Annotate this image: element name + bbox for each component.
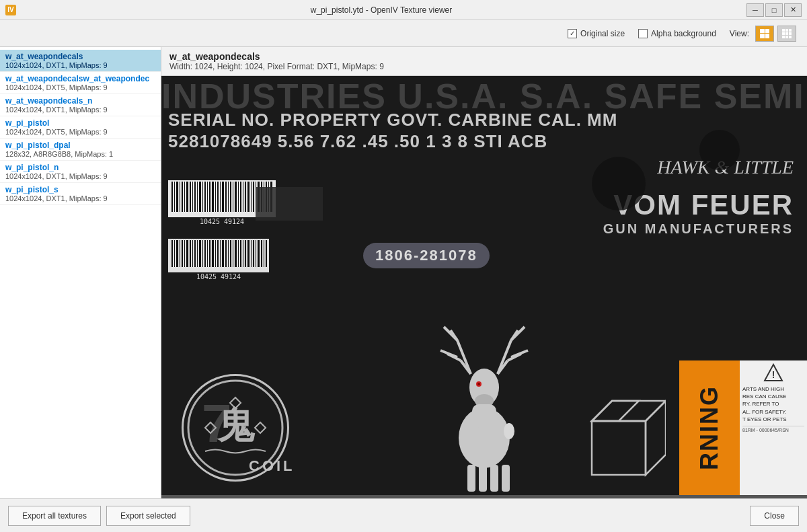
- svg-rect-69: [238, 240, 239, 267]
- svg-rect-110: [592, 421, 646, 475]
- texture-name: w_at_weapondecals: [169, 51, 799, 62]
- svg-rect-70: [240, 240, 241, 267]
- svg-rect-7: [186, 182, 188, 212]
- svg-rect-12: [199, 182, 201, 212]
- svg-rect-1: [171, 182, 173, 212]
- original-size-option[interactable]: Original size: [568, 29, 625, 38]
- title-bar: IV w_pi_pistol.ytd - OpenIV Texture view…: [0, 0, 807, 20]
- svg-marker-83: [205, 422, 216, 433]
- svg-rect-54: [199, 240, 201, 267]
- tex-industries-text: INDUSTRIES U.S.A. S.A. SAFE SEMI FULL: [161, 76, 807, 116]
- svg-rect-52: [194, 240, 196, 267]
- svg-rect-45: [176, 240, 178, 267]
- svg-point-109: [504, 423, 514, 439]
- svg-rect-104: [472, 404, 496, 428]
- svg-rect-49: [186, 240, 188, 267]
- svg-rect-60: [215, 240, 216, 267]
- svg-rect-78: [261, 240, 262, 267]
- svg-rect-28: [240, 182, 241, 212]
- svg-rect-79: [264, 240, 264, 267]
- svg-rect-2: [174, 182, 175, 212]
- svg-rect-16: [209, 182, 210, 212]
- svg-rect-14: [204, 182, 206, 212]
- original-size-checkbox[interactable]: [568, 29, 577, 38]
- svg-rect-11: [197, 182, 198, 212]
- alpha-background-option[interactable]: Alpha background: [638, 29, 716, 38]
- sidebar-item-5[interactable]: w_pi_pistol_n1024x1024, DXT1, MipMaps: 9: [0, 161, 161, 183]
- svg-rect-32: [251, 182, 252, 212]
- view-list-button[interactable]: [777, 26, 796, 42]
- svg-rect-62: [220, 240, 221, 267]
- view-label: View:: [730, 29, 749, 38]
- export-all-button[interactable]: Export all textures: [8, 506, 101, 526]
- sidebar-item-3[interactable]: w_pi_pistol1024x1024, DXT5, MipMaps: 9: [0, 116, 161, 139]
- svg-rect-21: [222, 182, 224, 212]
- svg-rect-6: [184, 182, 185, 212]
- svg-rect-66: [230, 240, 231, 267]
- svg-line-93: [498, 340, 511, 374]
- svg-rect-58: [209, 240, 210, 267]
- texture-canvas: INDUSTRIES U.S.A. S.A. SAFE SEMI FULL SE…: [161, 76, 807, 495]
- warning-orange-panel: RNING: [679, 360, 740, 495]
- texture-image: INDUSTRIES U.S.A. S.A. SAFE SEMI FULL SE…: [161, 76, 807, 495]
- svg-rect-30: [245, 182, 246, 212]
- svg-rect-8: [190, 182, 191, 212]
- svg-rect-61: [217, 240, 219, 267]
- warning-orange-text: RNING: [695, 385, 724, 470]
- svg-rect-25: [233, 182, 233, 212]
- original-size-label: Original size: [580, 29, 625, 38]
- tex-numbers-text: 5281078649 5.56 7.62 .45 .50 1 3 8 STI A…: [168, 131, 547, 152]
- tex-serial-num-badge: 1806-281078: [363, 243, 490, 268]
- sidebar-item-0[interactable]: w_at_weapondecals1024x1024, DXT1, MipMap…: [0, 50, 161, 72]
- warning-label: RNING ! ARTS AND HIGH RES CAN CAUSE: [679, 360, 807, 495]
- svg-rect-27: [238, 182, 239, 212]
- svg-rect-80: [266, 240, 267, 267]
- sidebar-item-4[interactable]: w_pi_pistol_dpal128x32, A8R8G8B8, MipMap…: [0, 139, 161, 161]
- svg-rect-4: [180, 182, 180, 212]
- svg-rect-43: [171, 240, 173, 267]
- maximize-button[interactable]: □: [765, 3, 783, 17]
- svg-line-87: [457, 340, 471, 374]
- svg-rect-53: [197, 240, 198, 267]
- svg-rect-9: [192, 182, 193, 212]
- svg-rect-26: [235, 182, 237, 212]
- svg-rect-77: [258, 240, 260, 267]
- sidebar-item-6[interactable]: w_pi_pistol_s1024x1024, DXT1, MipMaps: 9: [0, 183, 161, 205]
- svg-rect-23: [228, 182, 229, 212]
- sidebar-item-1[interactable]: w_at_weapondecalsw_at_weapondec1024x1024…: [0, 72, 161, 94]
- svg-rect-63: [222, 240, 224, 267]
- svg-text:!: !: [772, 369, 775, 380]
- svg-rect-44: [174, 240, 175, 267]
- svg-rect-71: [243, 240, 243, 267]
- svg-rect-73: [247, 240, 249, 267]
- texture-list-sidebar: w_at_weapondecals1024x1024, DXT1, MipMap…: [0, 47, 161, 498]
- alpha-background-checkbox[interactable]: [638, 29, 648, 38]
- sidebar-item-2[interactable]: w_at_weapondecals_n1024x1024, DXT1, MipM…: [0, 94, 161, 116]
- svg-rect-106: [479, 465, 487, 492]
- coil-emblem: 鬼: [182, 374, 289, 482]
- svg-rect-59: [212, 240, 214, 267]
- barcode-overlay: [256, 187, 323, 221]
- hole-1: [592, 157, 646, 211]
- svg-rect-55: [202, 240, 203, 267]
- hole-2: [699, 130, 740, 170]
- svg-rect-48: [184, 240, 185, 267]
- svg-rect-29: [243, 182, 243, 212]
- close-window-button[interactable]: ✕: [784, 3, 802, 17]
- svg-rect-13: [202, 182, 203, 212]
- svg-rect-10: [194, 182, 196, 212]
- svg-rect-22: [225, 182, 227, 212]
- close-button[interactable]: Close: [750, 506, 799, 526]
- view-grid-button[interactable]: [755, 26, 774, 42]
- svg-rect-20: [220, 182, 221, 212]
- tex-gun-mfg-text: GUN MANUFACTURERS: [603, 221, 794, 237]
- view-option: View:: [730, 26, 796, 42]
- export-selected-button[interactable]: Export selected: [106, 506, 190, 526]
- svg-rect-67: [233, 240, 233, 267]
- minimize-button[interactable]: ─: [746, 3, 764, 17]
- svg-rect-15: [207, 182, 208, 212]
- texture-view-area: w_at_weapondecals Width: 1024, Height: 1…: [161, 47, 807, 498]
- svg-rect-51: [192, 240, 193, 267]
- svg-rect-107: [490, 465, 498, 492]
- svg-text:10425  49124: 10425 49124: [196, 273, 241, 280]
